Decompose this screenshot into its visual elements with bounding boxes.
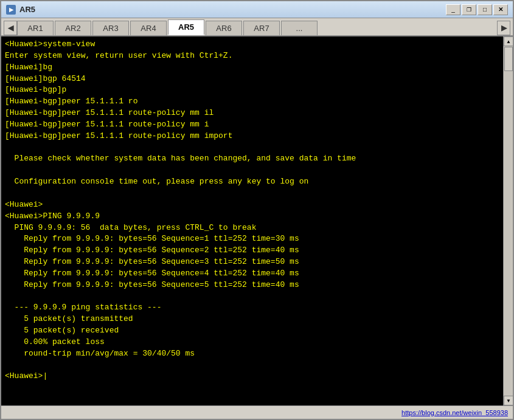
- minimize-button[interactable]: _: [446, 4, 460, 15]
- tabs-container: AR1 AR2 AR3 AR4 AR5 AR6 AR7 ...: [17, 19, 497, 35]
- close-button[interactable]: ✕: [493, 4, 508, 15]
- tab-ar5[interactable]: AR5: [168, 19, 204, 35]
- scrollbar[interactable]: ▲ ▼: [503, 36, 513, 405]
- tab-ar1[interactable]: AR1: [17, 21, 54, 35]
- tab-ar4[interactable]: AR4: [130, 21, 167, 35]
- scrollbar-down[interactable]: ▼: [504, 396, 513, 405]
- tab-more[interactable]: ...: [281, 21, 318, 35]
- scrollbar-track[interactable]: [504, 72, 513, 396]
- scrollbar-up[interactable]: ▲: [504, 36, 513, 46]
- tab-ar2[interactable]: AR2: [55, 21, 91, 35]
- terminal-wrapper: <Huawei>system-view Enter system view, r…: [1, 36, 513, 405]
- tab-scroll-right[interactable]: ▶: [497, 21, 510, 35]
- restore-button[interactable]: ❐: [462, 4, 476, 15]
- tab-ar6[interactable]: AR6: [206, 21, 242, 35]
- window-title: AR5: [19, 5, 446, 14]
- tab-bar: ◀ AR1 AR2 AR3 AR4 AR5 AR6 AR7 ... ▶: [1, 18, 513, 36]
- window-controls: _ ❐ □ ✕: [446, 4, 508, 15]
- scrollbar-thumb[interactable]: [504, 47, 513, 71]
- title-bar: ▶ AR5 _ ❐ □ ✕: [1, 1, 513, 18]
- maximize-button[interactable]: □: [478, 4, 492, 15]
- tab-ar3[interactable]: AR3: [92, 21, 129, 35]
- main-window: ▶ AR5 _ ❐ □ ✕ ◀ AR1 AR2 AR3 AR4 AR5 AR6 …: [0, 0, 514, 420]
- tab-scroll-left[interactable]: ◀: [4, 21, 17, 35]
- tab-ar7[interactable]: AR7: [243, 21, 280, 35]
- terminal-output: <Huawei>system-view Enter system view, r…: [5, 39, 499, 382]
- app-icon: ▶: [6, 5, 16, 15]
- status-url[interactable]: https://blog.csdn.net/weixin_558938: [401, 409, 508, 416]
- status-bar: https://blog.csdn.net/weixin_558938: [1, 405, 513, 419]
- terminal-area[interactable]: <Huawei>system-view Enter system view, r…: [1, 36, 503, 405]
